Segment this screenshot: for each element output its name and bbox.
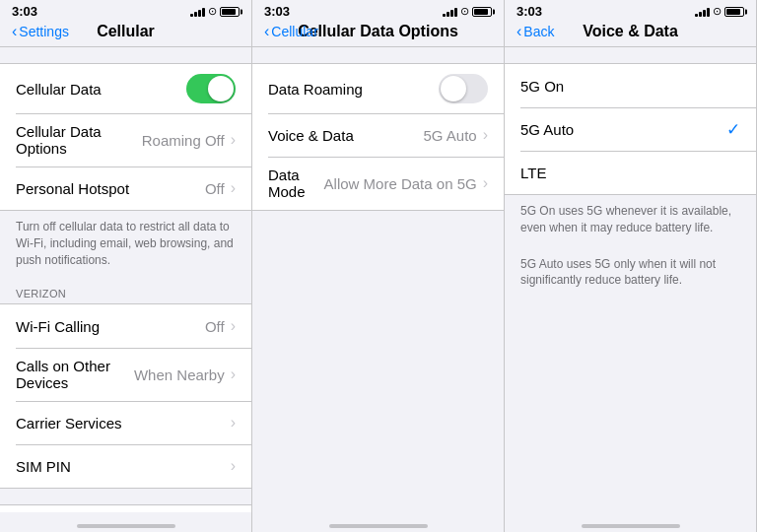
data-mode-value: Allow More Data on 5G [324,175,477,192]
cellular-data-options-row[interactable]: Cellular Data Options Roaming Off › [0,113,251,166]
signal-icon-1 [190,7,205,17]
chevron-icon: › [231,131,236,149]
home-bar-2 [329,524,428,528]
chevron-icon-4: › [231,366,236,383]
nav-title-1: Cellular [97,23,155,40]
verizon-section: VERIZON Wi-Fi Calling Off › Calls on Oth… [0,288,251,489]
data-roaming-row[interactable]: Data Roaming [252,64,504,113]
scroll-area-3[interactable]: 5G On 5G Auto ✓ LTE 5G On uses 5G whenev… [505,47,756,512]
5g-on-row[interactable]: 5G On [505,64,756,107]
calls-other-devices-value: When Nearby [134,366,225,383]
nav-bar-2: ‹ Cellular Cellular Data Options [252,21,504,46]
status-icons-3: ⊙ [695,5,744,18]
status-bar-2: 3:03 ⊙ [252,0,504,21]
5g-auto-row[interactable]: 5G Auto ✓ [505,107,756,151]
back-button-3[interactable]: ‹ Back [516,23,554,40]
wifi-icon-1: ⊙ [208,5,217,18]
status-icons-1: ⊙ [190,5,240,18]
voice-data-value: 5G Auto [423,127,476,144]
lte-row[interactable]: LTE [505,151,756,194]
chevron-icon-8: › [483,174,488,192]
battery-icon-3 [724,7,744,17]
verizon-header: VERIZON [0,288,251,303]
scroll-area-2[interactable]: Data Roaming Voice & Data 5G Auto › Data… [252,47,504,512]
checkmark-icon: ✓ [726,119,740,140]
5g-auto-label: 5G Auto [520,121,726,138]
carrier-services-row[interactable]: Carrier Services › [0,401,251,444]
home-indicator-3 [505,512,756,532]
data-roaming-label: Data Roaming [268,81,439,98]
5g-options-body: 5G On 5G Auto ✓ LTE [505,63,756,195]
cellular-panel: 3:03 ⊙ ‹ Settings Cellular Cellu [0,0,252,532]
back-button-2[interactable]: ‹ Cellular [264,23,318,40]
scroll-area-1[interactable]: Cellular Data Cellular Data Options Roam… [0,47,251,512]
chevron-back-icon-1: ‹ [12,23,17,40]
5g-options-section: 5G On 5G Auto ✓ LTE [505,63,756,195]
chevron-back-icon-3: ‹ [516,23,521,40]
add-cellular-plan-row[interactable]: Add Cellular Plan [0,504,251,512]
nav-bar-1: ‹ Settings Cellular [0,21,251,46]
chevron-icon-7: › [483,126,488,144]
nav-title-3: Voice & Data [583,23,678,40]
home-indicator-2 [252,512,504,532]
calls-other-devices-label: Calls on Other Devices [16,358,134,391]
cellular-data-toggle[interactable] [186,74,236,103]
back-label-3: Back [523,24,554,39]
chevron-icon-5: › [231,414,236,432]
data-roaming-toggle[interactable] [439,74,488,103]
5g-on-description: 5G On uses 5G whenever it is available, … [505,195,756,240]
personal-hotspot-row[interactable]: Personal Hotspot Off › [0,166,251,210]
home-indicator-1 [0,512,251,532]
chevron-icon-3: › [231,317,236,335]
carrier-services-label: Carrier Services [16,415,231,432]
lte-label: LTE [520,165,740,181]
nav-bar-3: ‹ Back Voice & Data [505,21,756,46]
wifi-icon-2: ⊙ [460,5,469,18]
wifi-calling-value: Off [205,318,225,335]
verizon-body: Wi-Fi Calling Off › Calls on Other Devic… [0,303,251,489]
signal-icon-3 [695,7,710,17]
wifi-calling-row[interactable]: Wi-Fi Calling Off › [0,304,251,348]
voice-data-label: Voice & Data [268,127,423,144]
5g-on-label: 5G On [520,78,740,95]
sim-pin-label: SIM PIN [16,458,231,475]
chevron-icon-2: › [231,179,236,197]
data-options-section: Data Roaming Voice & Data 5G Auto › Data… [252,63,504,211]
chevron-icon-6: › [231,457,236,475]
back-label-2: Cellular [271,24,317,39]
section-body-1: Cellular Data Cellular Data Options Roam… [0,63,251,211]
data-mode-row[interactable]: Data Mode Allow More Data on 5G › [252,157,504,210]
time-1: 3:03 [12,4,37,19]
chevron-back-icon-2: ‹ [264,23,269,40]
cellular-description: Turn off cellular data to restrict all d… [0,211,251,272]
battery-icon-1 [220,7,240,17]
voice-data-panel: 3:03 ⊙ ‹ Back Voice & Data 5G On [505,0,757,532]
wifi-icon-3: ⊙ [713,5,722,18]
cellular-data-options-value: Roaming Off [142,132,225,149]
status-bar-1: 3:03 ⊙ [0,0,251,21]
voice-data-row[interactable]: Voice & Data 5G Auto › [252,113,504,157]
time-3: 3:03 [516,4,542,19]
personal-hotspot-value: Off [205,180,225,197]
battery-icon-2 [472,7,492,17]
sim-pin-row[interactable]: SIM PIN › [0,444,251,488]
toggle-knob-roaming [441,76,466,101]
personal-hotspot-label: Personal Hotspot [16,180,205,197]
time-2: 3:03 [264,4,290,19]
status-icons-2: ⊙ [443,5,492,18]
main-section-1: Cellular Data Cellular Data Options Roam… [0,63,251,211]
home-bar-3 [582,524,680,528]
calls-other-devices-row[interactable]: Calls on Other Devices When Nearby › [0,348,251,401]
data-mode-label: Data Mode [268,166,324,200]
5g-auto-description: 5G Auto uses 5G only when it will not si… [505,248,756,294]
back-label-1: Settings [19,24,69,39]
cellular-data-row[interactable]: Cellular Data [0,64,251,113]
status-bar-3: 3:03 ⊙ [505,0,756,21]
nav-title-2: Cellular Data Options [298,23,458,40]
home-bar-1 [77,524,175,528]
data-options-body: Data Roaming Voice & Data 5G Auto › Data… [252,63,504,211]
back-button-1[interactable]: ‹ Settings [12,23,69,40]
cellular-data-label: Cellular Data [16,81,186,98]
toggle-knob [208,76,234,101]
cellular-data-options-label: Cellular Data Options [16,123,142,157]
